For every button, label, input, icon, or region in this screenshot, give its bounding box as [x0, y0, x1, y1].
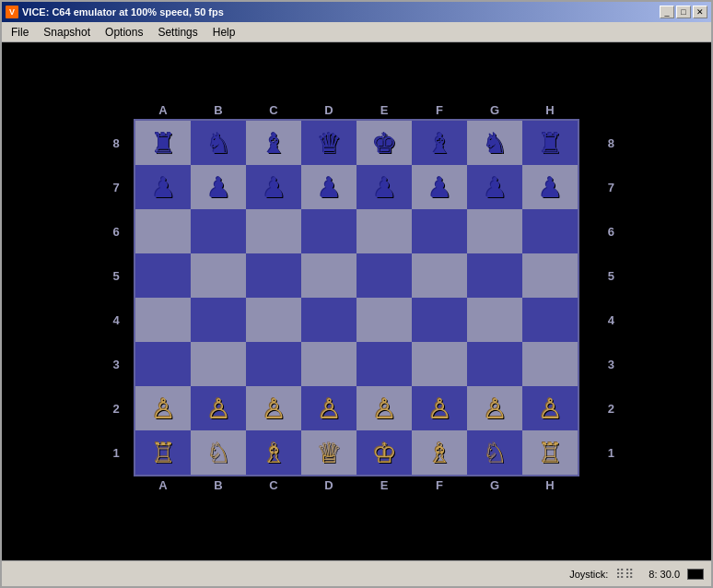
col-label-bottom-e: E	[356, 478, 412, 492]
joystick-label: Joystick:	[569, 569, 608, 580]
cell-h5[interactable]	[522, 253, 578, 298]
cell-d2[interactable]: ♙	[301, 386, 356, 430]
cell-a4[interactable]	[135, 298, 191, 342]
cell-d5[interactable]	[301, 253, 356, 298]
close-button[interactable]: ✕	[693, 6, 707, 18]
cell-g1[interactable]: ♘	[467, 430, 522, 475]
cell-g4[interactable]	[467, 298, 522, 342]
cell-b6[interactable]	[191, 209, 246, 253]
piece-white-pawn-h2: ♙	[538, 393, 563, 425]
cell-b3[interactable]	[191, 342, 246, 386]
cell-e6[interactable]	[356, 209, 412, 253]
cell-c8[interactable]: ♝	[246, 121, 301, 165]
cell-h4[interactable]	[522, 298, 578, 342]
cell-f8[interactable]: ♝	[412, 121, 467, 165]
cell-f2[interactable]: ♙	[412, 386, 467, 430]
cell-e2[interactable]: ♙	[356, 386, 412, 430]
cell-c2[interactable]: ♙	[246, 386, 301, 430]
cell-b4[interactable]	[191, 298, 246, 342]
cell-d7[interactable]: ♟	[301, 165, 356, 209]
cell-a8[interactable]: ♜	[135, 121, 191, 165]
piece-white-pawn-d2: ♙	[317, 393, 342, 425]
cell-b5[interactable]	[191, 253, 246, 298]
cell-e3[interactable]	[356, 342, 412, 386]
menu-file[interactable]: File	[4, 22, 36, 41]
cell-f5[interactable]	[412, 253, 467, 298]
col-label-bottom-c: C	[246, 478, 301, 492]
cell-g6[interactable]	[467, 209, 522, 253]
row-label-3: 3	[99, 342, 134, 386]
cell-a2[interactable]: ♙	[135, 386, 191, 430]
cell-a3[interactable]	[135, 342, 191, 386]
cell-c5[interactable]	[246, 253, 301, 298]
piece-white-bishop-c1: ♗	[262, 437, 286, 469]
piece-black-knight-g8: ♞	[483, 127, 508, 159]
cell-c6[interactable]	[246, 209, 301, 253]
menu-settings[interactable]: Settings	[150, 22, 205, 41]
menubar: File Snapshot Options Settings Help	[2, 22, 711, 42]
cell-e5[interactable]	[356, 253, 412, 298]
cell-c3[interactable]	[246, 342, 301, 386]
cell-b2[interactable]: ♙	[191, 386, 246, 430]
minimize-button[interactable]: _	[660, 6, 674, 18]
col-label-a: A	[135, 103, 191, 117]
cell-d4[interactable]	[301, 298, 356, 342]
board-row: 8 7 6 5 4 3 2 1 ♜ ♞ ♝ ♛ ♚ ♝	[99, 119, 614, 476]
cell-f7[interactable]: ♟	[412, 165, 467, 209]
cell-d6[interactable]	[301, 209, 356, 253]
piece-black-pawn-c7: ♟	[262, 171, 286, 204]
row-label-4: 4	[99, 298, 134, 342]
cell-f6[interactable]	[412, 209, 467, 253]
menu-help[interactable]: Help	[205, 22, 243, 41]
cell-f3[interactable]	[412, 342, 467, 386]
cell-e1[interactable]: ♔	[356, 430, 412, 475]
cell-h8[interactable]: ♜	[522, 121, 578, 165]
cell-h6[interactable]	[522, 209, 578, 253]
window-title: VICE: C64 emulator at 100% speed, 50 fps	[22, 6, 224, 18]
cell-c7[interactable]: ♟	[246, 165, 301, 209]
cell-e8[interactable]: ♚	[356, 121, 412, 165]
row-label-right-5: 5	[608, 253, 614, 298]
piece-white-bishop-f1: ♗	[427, 437, 452, 469]
cell-g7[interactable]: ♟	[467, 165, 522, 209]
piece-black-pawn-f7: ♟	[427, 171, 452, 204]
cell-h1[interactable]: ♖	[522, 430, 578, 475]
cell-e4[interactable]	[356, 298, 412, 342]
cell-b8[interactable]: ♞	[191, 121, 246, 165]
window-controls: _ □ ✕	[660, 6, 707, 18]
cell-d1[interactable]: ♕	[301, 430, 356, 475]
cell-a6[interactable]	[135, 209, 191, 253]
cell-c4[interactable]	[246, 298, 301, 342]
cell-a7[interactable]: ♟	[135, 165, 191, 209]
cell-a5[interactable]	[135, 253, 191, 298]
cell-h2[interactable]: ♙	[522, 386, 578, 430]
menu-snapshot[interactable]: Snapshot	[36, 22, 98, 41]
col-label-bottom-b: B	[191, 478, 246, 492]
cell-b7[interactable]: ♟	[191, 165, 246, 209]
col-label-d: D	[301, 103, 356, 117]
maximize-button[interactable]: □	[676, 6, 691, 18]
cell-f4[interactable]	[412, 298, 467, 342]
cell-h3[interactable]	[522, 342, 578, 386]
cell-g5[interactable]	[467, 253, 522, 298]
cell-g2[interactable]: ♙	[467, 386, 522, 430]
row-labels-right: 8 7 6 5 4 3 2 1	[579, 121, 614, 475]
row-label-right-8: 8	[608, 121, 614, 165]
cell-g3[interactable]	[467, 342, 522, 386]
cell-h7[interactable]: ♟	[522, 165, 578, 209]
cell-d8[interactable]: ♛	[301, 121, 356, 165]
chessboard[interactable]: ♜ ♞ ♝ ♛ ♚ ♝ ♞ ♜ ♟ ♟ ♟ ♟ ♟ ♟ ♟ ♟	[134, 119, 579, 476]
speed-label: 8: 30.0	[649, 569, 680, 580]
cell-a1[interactable]: ♖	[135, 430, 191, 475]
menu-options[interactable]: Options	[98, 22, 150, 41]
piece-black-pawn-g7: ♟	[483, 171, 508, 204]
cell-e7[interactable]: ♟	[356, 165, 412, 209]
app-window: V VICE: C64 emulator at 100% speed, 50 f…	[0, 0, 713, 588]
cell-g8[interactable]: ♞	[467, 121, 522, 165]
piece-white-queen-d1: ♕	[317, 437, 342, 469]
cell-d3[interactable]	[301, 342, 356, 386]
title-left: V VICE: C64 emulator at 100% speed, 50 f…	[6, 6, 224, 18]
cell-b1[interactable]: ♘	[191, 430, 246, 475]
cell-c1[interactable]: ♗	[246, 430, 301, 475]
cell-f1[interactable]: ♗	[412, 430, 467, 475]
